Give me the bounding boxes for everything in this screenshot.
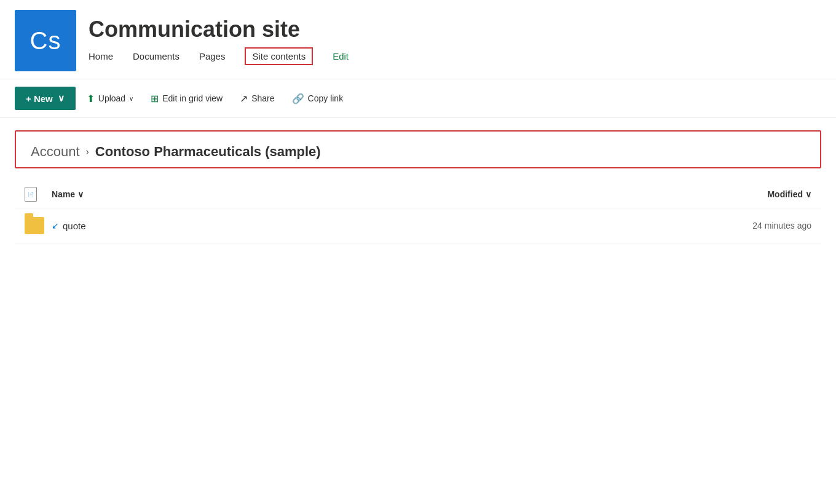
nav-item-edit[interactable]: Edit	[333, 49, 349, 64]
nav-bar: Home Documents Pages Site contents Edit	[89, 47, 349, 65]
nav-item-home[interactable]: Home	[89, 49, 113, 64]
nav-item-documents[interactable]: Documents	[133, 49, 179, 64]
col-modified-label: Modified	[767, 189, 803, 199]
table-header: 📄 Name ∨ Modified ∨	[15, 181, 821, 208]
col-name-sort-icon: ∨	[77, 189, 84, 199]
nav-item-site-contents[interactable]: Site contents	[245, 47, 313, 65]
new-button-chevron: ∨	[58, 93, 65, 104]
col-modified-sort-icon: ∨	[805, 189, 811, 199]
content-area: 📄 Name ∨ Modified ∨ ↙ quote 24 minutes a…	[0, 181, 836, 243]
loading-icon: ↙	[52, 221, 59, 230]
toolbar: + New ∨ ⬆ Upload ∨ ⊞ Edit in grid view ↗…	[0, 79, 836, 118]
site-logo: Cs	[15, 10, 76, 71]
row-name-text[interactable]: quote	[63, 221, 86, 231]
file-icon-placeholder: 📄	[25, 187, 37, 202]
new-button[interactable]: + New ∨	[15, 87, 76, 110]
nav-item-pages[interactable]: Pages	[199, 49, 226, 64]
breadcrumb-separator: ›	[86, 146, 89, 157]
link-icon: 🔗	[292, 93, 304, 104]
col-modified-header[interactable]: Modified ∨	[688, 189, 811, 199]
row-name-area: ↙ quote	[52, 221, 681, 231]
col-name-label: Name	[52, 189, 75, 199]
edit-grid-button[interactable]: ⊞ Edit in grid view	[144, 88, 229, 109]
copy-link-label: Copy link	[308, 93, 344, 103]
site-title: Communication site	[89, 16, 349, 42]
site-logo-text: Cs	[30, 27, 61, 55]
grid-icon: ⊞	[151, 93, 159, 104]
breadcrumb-current: Contoso Pharmaceuticals (sample)	[95, 144, 321, 160]
table-row[interactable]: ↙ quote 24 minutes ago	[15, 208, 821, 243]
share-button[interactable]: ↗ Share	[234, 88, 280, 109]
upload-chevron: ∨	[129, 95, 133, 102]
site-header: Cs Communication site Home Documents Pag…	[0, 0, 836, 79]
new-button-label: + New	[26, 93, 53, 104]
upload-icon: ⬆	[87, 93, 95, 104]
breadcrumb-section: Account › Contoso Pharmaceuticals (sampl…	[15, 130, 821, 168]
share-label: Share	[251, 93, 274, 103]
folder-icon	[25, 217, 44, 234]
col-icon-header: 📄	[25, 187, 44, 202]
row-modified: 24 minutes ago	[688, 221, 811, 230]
breadcrumb-parent[interactable]: Account	[31, 144, 80, 160]
upload-label: Upload	[98, 93, 125, 103]
breadcrumb: Account › Contoso Pharmaceuticals (sampl…	[31, 144, 805, 160]
upload-button[interactable]: ⬆ Upload ∨	[81, 88, 140, 109]
edit-grid-label: Edit in grid view	[162, 93, 223, 103]
header-title-area: Communication site Home Documents Pages …	[89, 16, 349, 65]
copy-link-button[interactable]: 🔗 Copy link	[286, 88, 350, 109]
col-name-header[interactable]: Name ∨	[52, 189, 681, 199]
share-icon: ↗	[240, 93, 248, 104]
